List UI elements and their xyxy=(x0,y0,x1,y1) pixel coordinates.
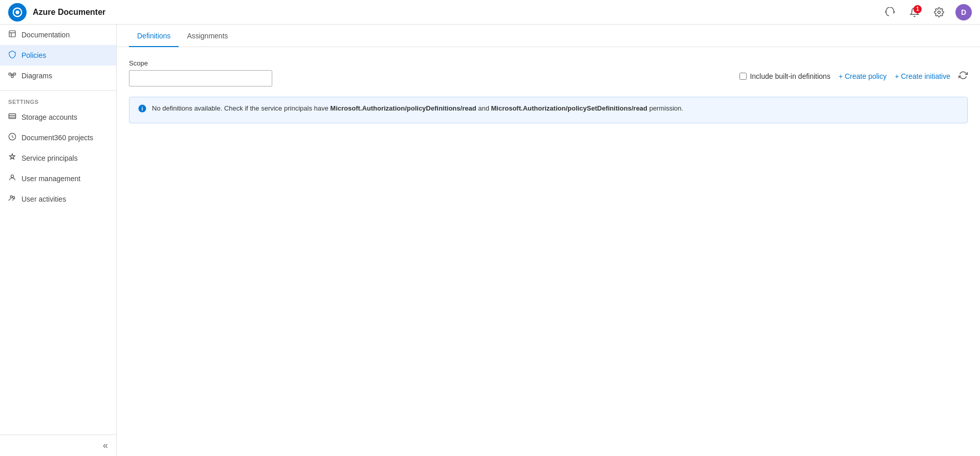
scope-label: Scope xyxy=(129,59,272,67)
refresh-button[interactable] xyxy=(959,71,968,82)
logo-icon xyxy=(12,7,23,18)
settings-button[interactable] xyxy=(931,4,947,20)
info-icon: i xyxy=(138,104,147,117)
info-banner: i No definitions available. Check if the… xyxy=(129,97,968,123)
svg-rect-6 xyxy=(9,73,11,75)
main-content: Definitions Assignments Scope Include bu… xyxy=(117,25,980,456)
sidebar-item-diagrams[interactable]: Diagrams xyxy=(0,66,116,86)
user-management-icon xyxy=(8,173,16,184)
svg-rect-11 xyxy=(9,114,15,118)
sidebar-item-documentation[interactable]: Documentation xyxy=(0,25,116,45)
sidebar-item-policies[interactable]: Policies xyxy=(0,45,116,66)
user-activities-icon xyxy=(8,194,16,204)
create-policy-button[interactable]: + Create policy xyxy=(839,72,887,80)
sidebar-item-label-user-activities: User activities xyxy=(21,195,66,203)
tab-definitions[interactable]: Definitions xyxy=(129,25,179,47)
include-builtin-text: Include built-in definitions xyxy=(750,72,830,80)
sidebar-item-document360[interactable]: Document360 projects xyxy=(0,127,116,148)
refresh-icon xyxy=(959,71,968,80)
collapse-sidebar-button[interactable]: « xyxy=(103,440,108,451)
sidebar: Documentation Policies Diagrams SETTINGS xyxy=(0,25,117,456)
info-message: No definitions available. Check if the s… xyxy=(152,103,683,114)
svg-point-16 xyxy=(10,196,12,198)
create-initiative-button[interactable]: + Create initiative xyxy=(895,72,950,80)
svg-rect-8 xyxy=(11,75,13,77)
diagrams-icon xyxy=(8,71,16,81)
sidebar-item-label-user-management: User management xyxy=(21,175,80,183)
sidebar-item-label-storage: Storage accounts xyxy=(21,113,77,121)
content-body: Scope Include built-in definitions + Cre… xyxy=(117,47,980,136)
sidebar-item-label-documentation: Documentation xyxy=(21,31,70,39)
notification-badge: 1 xyxy=(913,5,922,13)
settings-nav: Storage accounts Document360 projects Se… xyxy=(0,107,116,209)
svg-rect-3 xyxy=(9,31,15,37)
sidebar-item-storage-accounts[interactable]: Storage accounts xyxy=(0,107,116,127)
policies-icon xyxy=(8,50,16,60)
notifications-button[interactable]: 1 xyxy=(906,4,923,20)
main-layout: Documentation Policies Diagrams SETTINGS xyxy=(0,25,980,456)
scope-row: Scope Include built-in definitions + Cre… xyxy=(129,59,968,86)
sidebar-divider xyxy=(0,90,116,91)
megaphone-icon xyxy=(885,7,895,17)
sidebar-collapse-area: « xyxy=(0,435,116,456)
app-header: Azure Documenter 1 D xyxy=(0,0,980,25)
sidebar-nav: Documentation Policies Diagrams xyxy=(0,25,116,86)
service-principals-icon xyxy=(8,153,16,163)
megaphone-button[interactable] xyxy=(882,4,898,20)
svg-point-1 xyxy=(15,10,19,14)
sidebar-item-label-diagrams: Diagrams xyxy=(21,72,52,80)
scope-input[interactable] xyxy=(129,70,272,86)
sidebar-item-service-principals[interactable]: Service principals xyxy=(0,148,116,168)
svg-point-2 xyxy=(938,11,941,13)
tabs-bar: Definitions Assignments xyxy=(117,25,980,47)
gear-icon xyxy=(934,7,944,17)
svg-point-17 xyxy=(13,197,15,199)
app-logo xyxy=(8,3,27,21)
document360-icon xyxy=(8,133,16,143)
storage-accounts-icon xyxy=(8,112,16,122)
scope-field: Scope xyxy=(129,59,272,86)
sidebar-item-user-management[interactable]: User management xyxy=(0,168,116,189)
avatar-letter: D xyxy=(961,8,966,16)
toolbar-right: Include built-in definitions + Create po… xyxy=(739,59,968,82)
svg-text:i: i xyxy=(142,105,143,112)
sidebar-item-label-policies: Policies xyxy=(21,51,46,59)
svg-rect-7 xyxy=(14,73,16,75)
user-avatar-button[interactable]: D xyxy=(955,4,972,20)
app-title: Azure Documenter xyxy=(33,8,882,17)
documentation-icon xyxy=(8,30,16,40)
sidebar-item-label-service-principals: Service principals xyxy=(21,154,78,162)
header-actions: 1 D xyxy=(882,4,972,20)
sidebar-item-user-activities[interactable]: User activities xyxy=(0,189,116,209)
include-builtin-checkbox[interactable] xyxy=(739,73,747,80)
sidebar-item-label-document360: Document360 projects xyxy=(21,134,93,142)
svg-point-15 xyxy=(11,175,13,178)
tab-assignments[interactable]: Assignments xyxy=(179,25,236,47)
settings-section-label: SETTINGS xyxy=(0,95,116,107)
include-builtin-label[interactable]: Include built-in definitions xyxy=(739,72,830,80)
